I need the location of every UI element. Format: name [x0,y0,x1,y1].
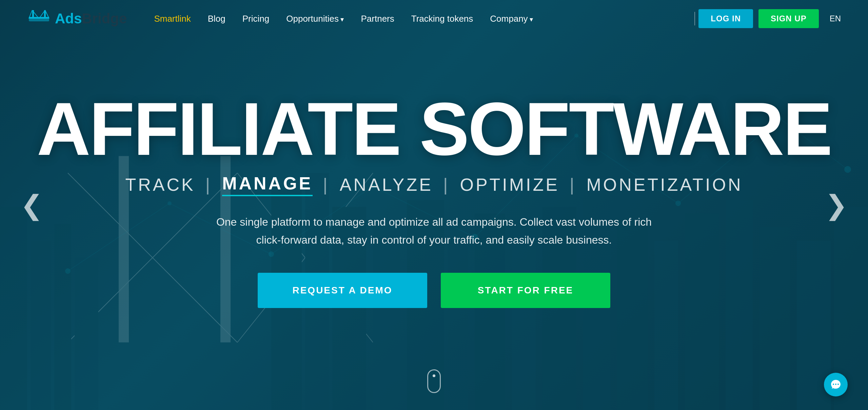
carousel-prev-button[interactable]: ❮ [20,189,43,221]
nav-pricing[interactable]: Pricing [242,14,269,24]
svg-rect-51 [29,19,49,21]
hero-description: One single platform to manage and optimi… [214,213,654,249]
nav-blog[interactable]: Blog [208,14,225,24]
main-header: AdsBridge Smartlink Blog Pricing Opportu… [0,0,868,37]
nav-opportunities[interactable]: Opportunities [286,14,344,24]
chat-widget[interactable] [824,373,848,396]
subtitle-track: TRACK [125,175,195,195]
start-free-button[interactable]: START FOR FREE [441,273,610,308]
subtitle-manage: MANAGE [222,173,313,196]
carousel-next-button[interactable]: ❯ [825,189,848,221]
scroll-indicator [427,369,441,393]
logo-text: AdsBridge [55,11,127,27]
main-nav: Smartlink Blog Pricing Opportunities Par… [154,14,691,24]
hero-section: AdsBridge Smartlink Blog Pricing Opportu… [0,0,868,410]
login-button[interactable]: LOG IN [698,9,753,28]
language-selector[interactable]: EN [830,14,841,23]
svg-point-52 [833,384,834,385]
hero-buttons: REQUEST A DEMO START FOR FREE [37,273,831,308]
subtitle-sep3: | [443,175,450,195]
subtitle-optimize: OPTIMIZE [460,175,559,195]
scroll-dot [433,374,435,377]
hero-title: AFFILIATE SOFTWARE [37,92,831,166]
nav-company[interactable]: Company [490,14,533,24]
svg-point-54 [837,384,839,385]
subtitle-analyze: ANALYZE [340,175,433,195]
subtitle-sep4: | [570,175,576,195]
subtitle-monetization: MONETIZATION [587,175,743,195]
chat-icon [830,378,842,391]
nav-smartlink[interactable]: Smartlink [154,14,191,24]
header-actions: LOG IN SIGN UP EN [698,9,841,28]
signup-button[interactable]: SIGN UP [758,9,819,28]
nav-tracking-tokens[interactable]: Tracking tokens [411,14,473,24]
svg-point-53 [835,384,836,385]
subtitle-sep1: | [205,175,212,195]
request-demo-button[interactable]: REQUEST A DEMO [258,273,427,308]
nav-divider [694,12,695,25]
logo-icon [27,7,51,30]
hero-subtitle: TRACK | MANAGE | ANALYZE | OPTIMIZE | MO… [37,173,831,196]
subtitle-sep2: | [323,175,330,195]
hero-content: AFFILIATE SOFTWARE TRACK | MANAGE | ANAL… [3,92,865,308]
logo[interactable]: AdsBridge [27,7,127,30]
nav-partners[interactable]: Partners [361,14,394,24]
